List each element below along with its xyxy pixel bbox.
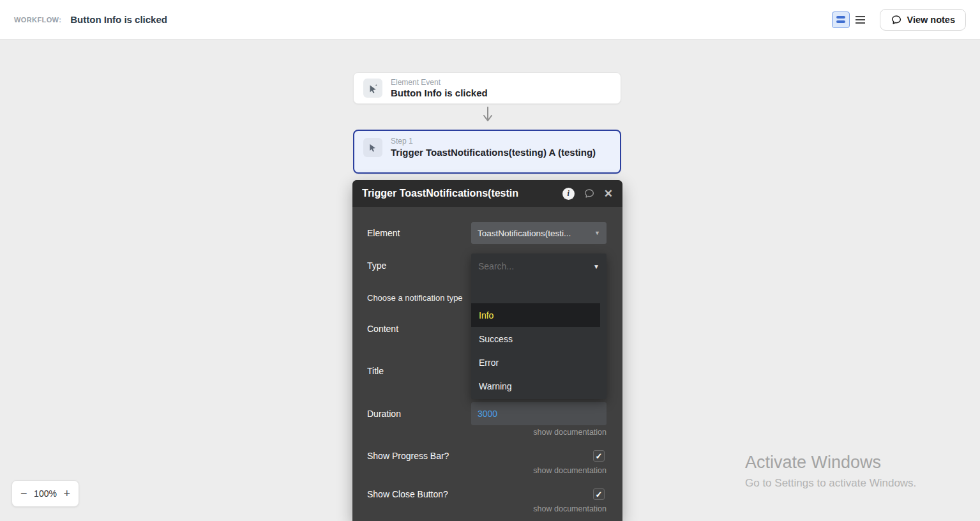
chevron-down-icon: ▼: [593, 263, 599, 270]
duration-field-label: Duration: [367, 409, 401, 419]
property-editor-title: Trigger ToastNotifications(testin: [362, 188, 562, 199]
zoom-level: 100%: [34, 488, 57, 499]
close-button-field-label: Show Close Button?: [367, 489, 448, 499]
workflow-header: WORKFLOW: Button Info is clicked: [14, 14, 167, 25]
zoom-out-button[interactable]: −: [20, 488, 27, 499]
activate-windows-watermark: Activate Windows Go to Settings to activ…: [745, 453, 916, 490]
dropdown-option-success[interactable]: Success: [471, 327, 607, 351]
workflow-editor: WORKFLOW: Button Info is clicked View no…: [0, 0, 980, 521]
close-button-checkbox[interactable]: ✓: [593, 488, 605, 500]
step-card-text: Step 1 Trigger ToastNotifications(testin…: [391, 137, 596, 159]
check-icon: ✓: [596, 451, 603, 461]
dropdown-option-error[interactable]: Error: [471, 351, 607, 374]
element-event-icon: [363, 79, 382, 98]
view-notes-label: View notes: [907, 15, 955, 25]
info-icon[interactable]: i: [562, 188, 575, 200]
show-documentation-link[interactable]: show documentation: [533, 466, 607, 475]
property-editor-header[interactable]: Trigger ToastNotifications(testin i ✕: [352, 180, 622, 207]
show-documentation-link[interactable]: show documentation: [533, 428, 607, 437]
workflow-title: Button Info is clicked: [70, 14, 167, 25]
event-card[interactable]: Element Event Button Info is clicked: [353, 72, 621, 104]
view-toggle-group: [832, 11, 870, 28]
property-editor: Trigger ToastNotifications(testin i ✕ El…: [352, 180, 622, 521]
step-title: Trigger ToastNotifications(testing) A (t…: [391, 146, 596, 159]
workflow-canvas[interactable]: Element Event Button Info is clicked Ste…: [0, 40, 980, 521]
step-card[interactable]: Step 1 Trigger ToastNotifications(testin…: [353, 130, 621, 174]
show-documentation-link[interactable]: show documentation: [533, 504, 607, 513]
dropdown-option-warning[interactable]: Warning: [471, 374, 607, 398]
panel-header-icons: i ✕: [562, 188, 613, 200]
speech-bubble-icon: [891, 14, 902, 26]
progress-bar-checkbox[interactable]: ✓: [593, 450, 605, 462]
duration-input[interactable]: [471, 402, 607, 425]
content-field-label: Content: [367, 324, 398, 334]
card-view-button[interactable]: [832, 11, 850, 28]
event-kind-label: Element Event: [391, 78, 488, 87]
top-bar: WORKFLOW: Button Info is clicked View no…: [0, 0, 980, 40]
comment-icon[interactable]: [584, 188, 595, 199]
type-dropdown: ▼ Info Success Error Warning: [471, 253, 607, 399]
event-title: Button Info is clicked: [391, 87, 488, 98]
top-bar-actions: View notes: [832, 9, 966, 31]
close-icon[interactable]: ✕: [604, 188, 613, 199]
dropdown-spacer: [471, 279, 607, 303]
element-dropdown[interactable]: ToastNotifications(testi... ▼: [471, 222, 607, 244]
workflow-label: WORKFLOW:: [14, 16, 61, 24]
element-dropdown-value: ToastNotifications(testi...: [478, 229, 571, 238]
step-number-label: Step 1: [391, 137, 596, 146]
event-card-text: Element Event Button Info is clicked: [391, 78, 488, 98]
chevron-down-icon: ▼: [594, 230, 600, 236]
watermark-subtitle: Go to Settings to activate Windows.: [745, 477, 916, 490]
list-view-button[interactable]: [852, 11, 870, 28]
title-field-label: Title: [367, 366, 384, 376]
card-view-icon: [836, 16, 845, 23]
step-action-icon: [363, 138, 382, 157]
type-field-hint: Choose a notification type: [367, 293, 463, 303]
element-field-label: Element: [367, 228, 400, 238]
dropdown-option-info[interactable]: Info: [471, 303, 600, 327]
property-editor-body: Element ToastNotifications(testi... ▼ Ty…: [352, 207, 622, 521]
hamburger-icon: [856, 16, 865, 24]
type-dropdown-search: ▼: [471, 253, 607, 279]
zoom-in-button[interactable]: +: [63, 488, 70, 499]
zoom-control: − 100% +: [11, 480, 79, 507]
progress-bar-field-label: Show Progress Bar?: [367, 451, 449, 461]
check-icon: ✓: [596, 490, 603, 499]
view-notes-button[interactable]: View notes: [880, 9, 966, 31]
type-search-input[interactable]: [478, 261, 593, 271]
type-field-label: Type: [367, 260, 386, 271]
flow-arrow-icon: [482, 106, 494, 129]
watermark-title: Activate Windows: [745, 453, 916, 472]
